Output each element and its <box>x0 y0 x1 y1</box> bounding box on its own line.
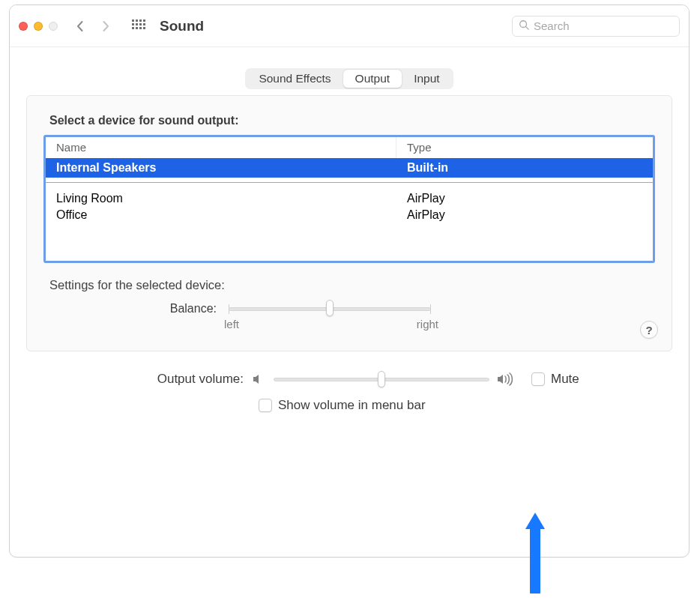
forward-button[interactable] <box>95 16 116 37</box>
output-panel: Select a device for sound output: Name T… <box>26 95 672 351</box>
table-divider <box>46 182 653 183</box>
balance-left-label: left <box>224 318 239 330</box>
output-volume-row: Output volume: Mute <box>26 371 672 387</box>
search-icon <box>519 19 529 32</box>
show-volume-in-menu-bar-row: Show volume in menu bar <box>259 398 672 413</box>
svg-rect-7 <box>143 23 145 25</box>
column-header-type[interactable]: Type <box>396 137 653 158</box>
output-device-section-label: Select a device for sound output: <box>49 114 655 127</box>
device-settings-label: Settings for the selected device: <box>49 278 655 292</box>
sound-preferences-window: Sound Search Sound Effects Output Input … <box>9 4 690 558</box>
svg-rect-9 <box>136 27 138 29</box>
table-header: Name Type <box>46 137 653 158</box>
zoom-window-button[interactable] <box>49 22 58 31</box>
device-name: Living Room <box>46 190 396 207</box>
back-button[interactable] <box>70 16 91 37</box>
mute-checkbox[interactable] <box>531 372 545 386</box>
tab-output[interactable]: Output <box>343 70 402 88</box>
close-window-button[interactable] <box>19 22 28 31</box>
tab-bar: Sound Effects Output Input <box>245 68 453 89</box>
svg-rect-1 <box>136 19 138 22</box>
device-name: Office <box>46 207 396 223</box>
svg-rect-6 <box>139 23 142 25</box>
device-name: Internal Speakers <box>46 158 396 178</box>
svg-rect-10 <box>139 27 142 29</box>
output-volume-label: Output volume: <box>26 372 251 387</box>
help-button[interactable]: ? <box>640 321 658 339</box>
balance-control: Balance: left right <box>152 301 655 334</box>
content-area: Sound Effects Output Input Select a devi… <box>10 47 689 413</box>
window-title: Sound <box>160 18 204 34</box>
tab-input[interactable]: Input <box>402 70 451 88</box>
mute-label: Mute <box>551 372 579 387</box>
show-all-prefs-button[interactable] <box>128 16 149 37</box>
window-titlebar: Sound Search <box>10 5 689 47</box>
svg-line-13 <box>526 27 529 30</box>
balance-tick-left <box>229 304 229 314</box>
svg-rect-8 <box>132 27 134 29</box>
show-volume-menubar-checkbox[interactable] <box>259 399 272 412</box>
balance-slider-knob[interactable] <box>326 300 334 316</box>
volume-slider-knob[interactable] <box>378 371 385 387</box>
balance-right-label: right <box>417 318 438 330</box>
svg-rect-3 <box>143 19 145 22</box>
balance-slider[interactable]: left right <box>229 301 431 334</box>
svg-rect-0 <box>132 19 134 22</box>
speaker-quiet-icon <box>251 372 266 387</box>
tab-sound-effects[interactable]: Sound Effects <box>247 70 343 88</box>
speaker-loud-icon <box>497 372 518 387</box>
balance-tick-right <box>430 304 431 314</box>
device-type: Built-in <box>396 158 653 178</box>
minimize-window-button[interactable] <box>34 22 43 31</box>
window-controls <box>19 22 58 31</box>
output-volume-slider[interactable] <box>274 371 489 387</box>
output-device-table[interactable]: Name Type Internal Speakers Built-in Liv… <box>43 135 655 263</box>
table-empty-space <box>46 223 653 261</box>
search-placeholder: Search <box>534 19 570 32</box>
svg-rect-5 <box>136 23 138 25</box>
column-header-name[interactable]: Name <box>46 137 396 158</box>
show-volume-menubar-label: Show volume in menu bar <box>278 398 426 413</box>
device-row-office[interactable]: Office AirPlay <box>46 207 653 223</box>
svg-rect-11 <box>143 27 145 29</box>
device-row-internal-speakers[interactable]: Internal Speakers Built-in <box>46 158 653 178</box>
device-type: AirPlay <box>396 190 653 207</box>
svg-rect-4 <box>132 23 134 25</box>
balance-label: Balance: <box>152 301 217 315</box>
device-row-living-room[interactable]: Living Room AirPlay <box>46 190 653 207</box>
svg-rect-2 <box>139 19 142 22</box>
search-field[interactable]: Search <box>512 16 680 37</box>
device-type: AirPlay <box>396 207 653 223</box>
